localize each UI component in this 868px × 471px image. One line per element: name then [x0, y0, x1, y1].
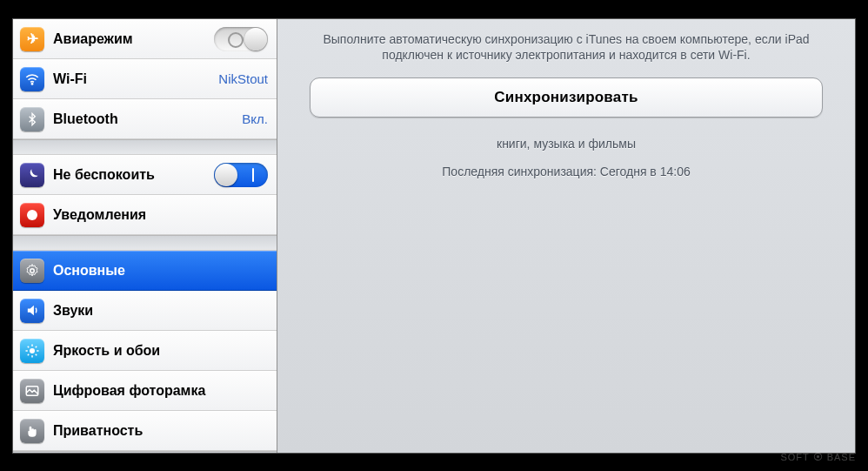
svg-line-9	[36, 353, 37, 355]
sidebar-item-label: Яркость и обои	[53, 343, 268, 359]
svg-point-0	[31, 83, 33, 84]
svg-point-2	[30, 268, 35, 273]
sidebar-item-label: Авиарежим	[53, 31, 214, 47]
airplane-icon: ✈	[20, 27, 44, 51]
sidebar-item-airplane[interactable]: ✈ Авиарежим	[13, 19, 277, 59]
section-gap	[13, 235, 277, 251]
sync-button[interactable]: Синхронизировать	[310, 77, 823, 118]
sidebar-item-notifications[interactable]: Уведомления	[13, 195, 277, 235]
svg-line-8	[28, 346, 30, 347]
sidebar-item-dnd[interactable]: Не беспокоить	[13, 155, 277, 195]
sidebar-item-label: Bluetooth	[53, 111, 242, 127]
speaker-icon	[20, 299, 44, 323]
sidebar-item-bluetooth[interactable]: Bluetooth Вкл.	[13, 99, 277, 139]
sidebar-item-label: Не беспокоить	[53, 167, 214, 183]
toggle-knob	[215, 164, 237, 186]
watermark: SOFT ⦿ BASE	[780, 452, 856, 462]
moon-icon	[20, 163, 44, 187]
hand-icon	[20, 419, 44, 443]
sync-caption-items: книги, музыка и фильмы	[300, 137, 832, 151]
sidebar-item-general[interactable]: Основные	[13, 251, 277, 291]
sidebar-item-label: Уведомления	[53, 207, 268, 223]
airplane-toggle[interactable]	[214, 27, 268, 51]
gear-icon	[20, 259, 44, 283]
sync-button-label: Синхронизировать	[494, 89, 638, 106]
settings-window: ✈ Авиарежим Wi-Fi NikStout Bluetooth Вкл…	[12, 18, 856, 454]
settings-sidebar: ✈ Авиарежим Wi-Fi NikStout Bluetooth Вкл…	[13, 19, 277, 453]
notification-icon	[20, 203, 44, 227]
sidebar-item-label: Приватность	[53, 423, 268, 439]
wifi-icon	[20, 67, 44, 91]
sidebar-item-label: Цифровая фоторамка	[53, 383, 268, 399]
detail-pane: Выполните автоматическую синхронизацию с…	[277, 19, 855, 453]
sidebar-item-wifi[interactable]: Wi-Fi NikStout	[13, 59, 277, 99]
sidebar-item-sounds[interactable]: Звуки	[13, 291, 277, 331]
sync-note: Выполните автоматическую синхронизацию с…	[300, 31, 832, 64]
bluetooth-icon	[20, 107, 44, 131]
sidebar-item-label: Основные	[53, 263, 268, 279]
svg-line-10	[28, 353, 30, 355]
brightness-icon	[20, 339, 44, 363]
photo-frame-icon	[20, 379, 44, 403]
sidebar-item-frame[interactable]: Цифровая фоторамка	[13, 371, 277, 411]
sidebar-item-privacy[interactable]: Приватность	[13, 411, 277, 451]
sync-caption-last: Последняя синхронизация: Сегодня в 14:06	[300, 165, 832, 178]
svg-point-1	[27, 210, 37, 220]
sidebar-item-label: Звуки	[53, 303, 268, 319]
bluetooth-value: Вкл.	[242, 111, 268, 126]
svg-line-11	[36, 346, 37, 347]
section-gap	[13, 451, 277, 453]
section-gap	[13, 139, 277, 155]
sidebar-item-label: Wi-Fi	[53, 71, 218, 87]
toggle-knob	[244, 28, 267, 50]
sidebar-item-brightness[interactable]: Яркость и обои	[13, 331, 277, 371]
wifi-value: NikStout	[218, 71, 268, 86]
svg-point-3	[30, 348, 35, 353]
dnd-toggle[interactable]	[214, 163, 268, 187]
